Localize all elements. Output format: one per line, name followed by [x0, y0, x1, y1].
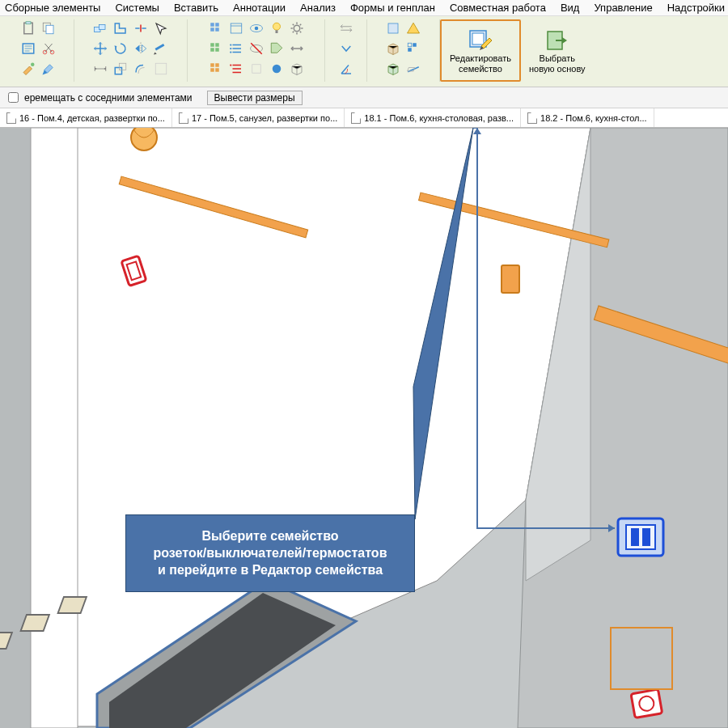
grid-orange-icon[interactable]: [207, 60, 225, 78]
callout-line-2: розеток/выключателей/термостатов: [138, 545, 403, 562]
scale-icon[interactable]: [112, 60, 129, 78]
menu-view[interactable]: Вид: [561, 2, 580, 14]
svg-point-3: [31, 63, 35, 67]
doc-icon: [6, 112, 16, 124]
svg-rect-17: [215, 28, 219, 32]
ribbon-group-pick-host: Выбрать новую основу: [521, 19, 594, 82]
view-tab-3[interactable]: 18.1 - Пом.6, кухня-столовая, разв...: [345, 108, 521, 127]
svg-point-37: [272, 65, 281, 74]
component-icon[interactable]: [384, 19, 402, 37]
options-bar: еремещать с соседними элементами Вывести…: [0, 87, 728, 108]
red-list-icon[interactable]: [227, 60, 245, 78]
blue-dot-icon[interactable]: [268, 60, 286, 78]
edit-family-button[interactable]: Редактировать семейство: [445, 21, 516, 80]
plane-icon[interactable]: [404, 60, 422, 78]
move-with-neighbors-checkbox[interactable]: еремещать с соседними элементами: [5, 90, 193, 105]
model-viewport[interactable]: Выберите семейство розеток/выключателей/…: [0, 128, 728, 728]
output-dimensions-button[interactable]: Вывести размеры: [207, 91, 303, 105]
paste-icon[interactable]: [19, 19, 37, 37]
svg-point-38: [294, 25, 300, 32]
grid-green-icon[interactable]: [207, 40, 225, 57]
doc-icon: [179, 112, 188, 124]
rotate-icon[interactable]: [112, 40, 129, 57]
svg-rect-13: [155, 63, 167, 74]
svg-rect-41: [413, 43, 417, 47]
view-tab-4[interactable]: 18.2 - Пом.6, кухня-стол...: [521, 108, 654, 127]
svg-rect-24: [210, 68, 214, 72]
svg-rect-19: [215, 43, 219, 47]
pen-icon[interactable]: [152, 40, 170, 57]
mirror-icon[interactable]: [132, 40, 150, 57]
main-menu-bar: Сборные элементы Системы Вставить Аннота…: [0, 0, 728, 16]
edit-family-icon: [468, 28, 493, 53]
ribbon-group-tools: [325, 19, 367, 82]
pick-new-host-button[interactable]: Выбрать новую основу: [524, 19, 590, 82]
offset-icon[interactable]: [132, 60, 150, 78]
blank-icon-2[interactable]: [248, 60, 265, 78]
split-icon[interactable]: [132, 19, 150, 37]
menu-manage[interactable]: Управление: [594, 2, 652, 14]
join-icon[interactable]: [91, 19, 109, 37]
pick-host-label-1: Выбрать: [540, 53, 575, 63]
svg-point-27: [230, 44, 231, 45]
wall-join-icon[interactable]: [112, 19, 129, 37]
warning-icon[interactable]: [404, 19, 422, 37]
menu-collaborate[interactable]: Совместная работа: [450, 2, 546, 14]
cube2-icon[interactable]: [384, 60, 402, 78]
move-with-neighbors-input[interactable]: [8, 92, 19, 103]
arrows-lr-icon[interactable]: [288, 40, 306, 57]
menu-systems[interactable]: Системы: [115, 2, 159, 14]
select-arrow-icon[interactable]: [152, 19, 170, 37]
svg-rect-23: [215, 63, 219, 67]
grid-pick-icon[interactable]: [404, 40, 422, 57]
view-tab-1-label: 16 - Пом.4, детская, развертки по...: [19, 113, 165, 123]
svg-rect-39: [388, 23, 398, 33]
svg-rect-15: [215, 23, 219, 27]
arrows-lr2-icon[interactable]: [337, 19, 355, 37]
svg-rect-65: [502, 265, 519, 293]
angle-icon[interactable]: [337, 60, 355, 78]
menu-insert[interactable]: Вставить: [174, 2, 218, 14]
pick-host-icon: [544, 28, 570, 53]
menu-assemblies[interactable]: Сборные элементы: [5, 2, 100, 14]
window-icon[interactable]: [227, 19, 245, 37]
copy-icon[interactable]: [40, 19, 57, 37]
svg-rect-11: [120, 63, 126, 70]
move-icon[interactable]: [91, 40, 109, 57]
view-tab-2-label: 17 - Пом.5, санузел, развертки по...: [192, 113, 337, 123]
svg-point-35: [273, 23, 280, 30]
paint-icon[interactable]: [40, 60, 57, 78]
svg-point-30: [230, 64, 231, 66]
visibility-icon[interactable]: [248, 19, 265, 37]
menu-analysis[interactable]: Анализ: [300, 2, 336, 14]
cut-icon[interactable]: [40, 40, 57, 57]
gear-icon[interactable]: [288, 19, 306, 37]
svg-rect-42: [408, 48, 412, 52]
menu-addins[interactable]: Надстройки: [667, 2, 725, 14]
grid-blue-icon[interactable]: [207, 19, 225, 37]
ribbon-group-create: [367, 19, 440, 82]
dimension-icon[interactable]: [91, 60, 109, 78]
svg-rect-5: [46, 25, 53, 34]
view-tab-1[interactable]: 16 - Пом.4, детская, развертки по...: [0, 108, 172, 127]
cube-icon[interactable]: [384, 40, 402, 57]
hide-red-icon[interactable]: [248, 40, 265, 57]
match-properties-icon[interactable]: [19, 60, 37, 78]
svg-rect-14: [210, 23, 214, 27]
pick-host-label-2: новую основу: [529, 64, 586, 74]
menu-massing-site[interactable]: Формы и генплан: [350, 2, 435, 14]
svg-rect-9: [99, 25, 106, 30]
light-bulb-icon[interactable]: [268, 19, 286, 37]
view-tab-2[interactable]: 17 - Пом.5, санузел, развертки по...: [172, 108, 345, 127]
menu-annotations[interactable]: Аннотации: [233, 2, 286, 14]
svg-rect-73: [642, 528, 650, 546]
move-with-neighbors-label: еремещать с соседними элементами: [24, 92, 193, 104]
chevron-down-icon[interactable]: [337, 40, 355, 57]
svg-rect-0: [24, 23, 33, 34]
box-icon[interactable]: [288, 60, 306, 78]
tag-icon[interactable]: [268, 40, 286, 57]
svg-point-29: [230, 51, 231, 53]
list-icon[interactable]: [227, 40, 245, 57]
type-properties-icon[interactable]: [19, 40, 37, 57]
blank-icon-1[interactable]: [152, 60, 170, 78]
